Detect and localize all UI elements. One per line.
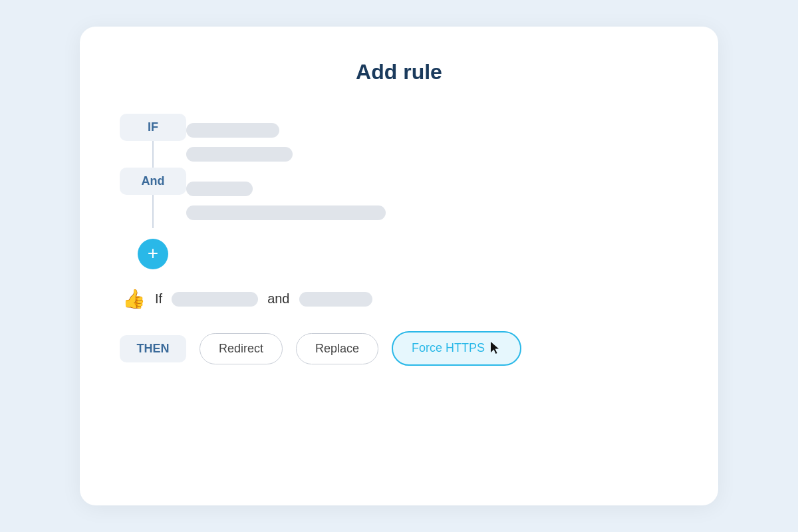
plus-icon: +: [148, 244, 158, 263]
add-rule-card: Add rule IF And: [80, 27, 718, 505]
conditions-skeletons: [186, 114, 678, 228]
timeline-column: IF And: [120, 114, 186, 228]
page-title: Add rule: [120, 60, 678, 84]
thumbs-up-icon: 👍: [122, 288, 146, 310]
summary-row: 👍 If and: [120, 288, 678, 310]
if-skeleton-2: [186, 147, 293, 162]
and-badge: And: [120, 168, 186, 195]
then-row: THEN Redirect Replace Force HTTPS: [120, 331, 678, 366]
if-skeleton-1: [186, 123, 279, 138]
summary-condition-2-pill: [299, 292, 372, 307]
if-badge: IF: [120, 114, 186, 141]
add-condition-button[interactable]: +: [138, 239, 168, 269]
cursor-icon: [489, 340, 501, 356]
and-skeleton-1: [186, 182, 253, 196]
replace-button[interactable]: Replace: [296, 333, 378, 364]
add-condition-row: +: [120, 239, 678, 269]
connector-line-1: [152, 141, 154, 168]
rule-builder: IF And: [120, 114, 678, 366]
and-skeleton-2: [186, 205, 386, 220]
and-skeletons: [186, 162, 678, 220]
if-skeletons: [186, 114, 678, 162]
summary-and-text: and: [267, 291, 289, 307]
conditions-section: IF And: [120, 114, 678, 228]
then-badge: THEN: [120, 335, 186, 362]
summary-if-text: If: [155, 291, 162, 307]
force-https-button[interactable]: Force HTTPS: [392, 331, 521, 366]
summary-condition-1-pill: [172, 292, 258, 307]
redirect-button[interactable]: Redirect: [200, 333, 283, 364]
connector-line-2: [152, 195, 154, 228]
